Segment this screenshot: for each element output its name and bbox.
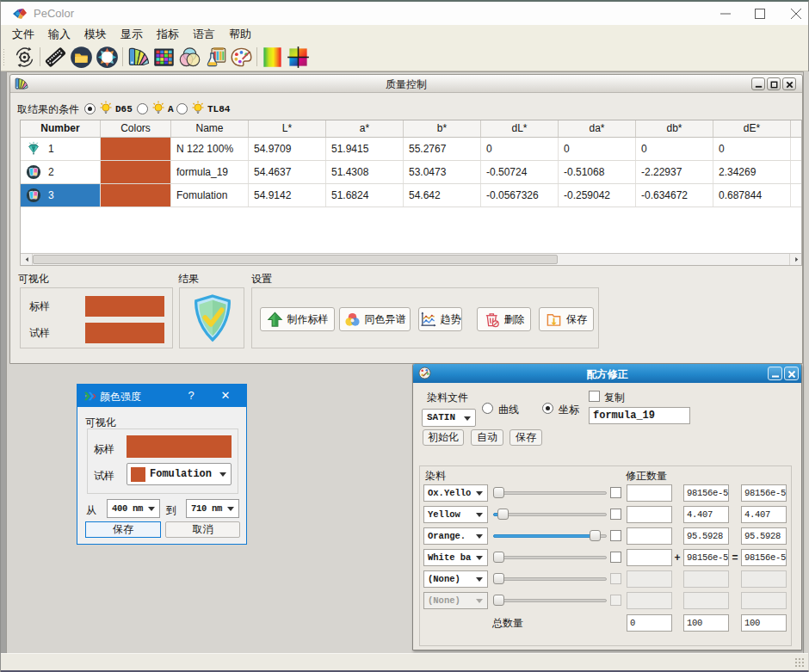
- toolbar-button-folder-circle[interactable]: [70, 46, 92, 68]
- recipe-action-button-0[interactable]: 初始化: [423, 429, 464, 446]
- dye-select[interactable]: Ox.Yello: [423, 484, 488, 502]
- sample-select[interactable]: Fomulation: [127, 463, 232, 485]
- column-header-astar[interactable]: a*: [326, 120, 404, 137]
- value-cell[interactable]: -0.634672: [636, 184, 713, 207]
- toolbar-button-aperture[interactable]: [96, 46, 118, 68]
- toolbar-button-paint-palette[interactable]: [230, 46, 252, 68]
- from-wavelength-select[interactable]: 400 nm: [107, 499, 160, 518]
- toolbar-button-gear-sync[interactable]: [13, 46, 35, 68]
- total-value-box[interactable]: 100: [741, 614, 787, 632]
- value-cell[interactable]: -2.22937: [636, 161, 713, 183]
- dye-correction-value[interactable]: [683, 570, 729, 588]
- scroll-left-button[interactable]: [21, 254, 33, 265]
- illuminant-radio-TL84[interactable]: [176, 103, 188, 114]
- save-button[interactable]: 保存: [85, 521, 161, 538]
- value-cell[interactable]: 54.9142: [249, 184, 326, 207]
- dialog-minimize-button[interactable]: [768, 367, 782, 380]
- dye-result-value[interactable]: 95.5928: [741, 527, 787, 545]
- curve-radio[interactable]: [482, 403, 493, 414]
- dye-lock-checkbox[interactable]: [610, 530, 621, 541]
- resize-grip[interactable]: [794, 657, 805, 668]
- value-cell[interactable]: -0.259042: [559, 184, 636, 207]
- toolbar-button-palette-grid[interactable]: [152, 46, 175, 68]
- value-cell[interactable]: 55.2767: [404, 138, 481, 160]
- dye-slider-handle[interactable]: [493, 552, 504, 563]
- value-cell[interactable]: 0: [636, 138, 713, 160]
- dye-slider-track[interactable]: [493, 513, 607, 516]
- table-row[interactable]: 1N 122 100%54.970951.941555.27670000: [21, 138, 801, 161]
- color-swatch-cell[interactable]: [101, 138, 171, 160]
- menu-item-2[interactable]: 模块: [77, 25, 114, 44]
- formula-name-input[interactable]: formula_19: [589, 407, 690, 424]
- column-header-Lstar[interactable]: L*: [249, 120, 326, 137]
- recipe-action-button-2[interactable]: 保存: [509, 429, 542, 446]
- dialog-close-button[interactable]: ✕: [215, 389, 236, 402]
- dye-slider-handle[interactable]: [590, 530, 601, 541]
- menu-item-6[interactable]: 帮助: [222, 25, 258, 44]
- value-cell[interactable]: 0: [713, 138, 791, 160]
- child-close-button[interactable]: [782, 77, 796, 90]
- window-close-button[interactable]: [779, 2, 809, 25]
- cancel-button[interactable]: 取消: [165, 521, 240, 538]
- dye-slider-track[interactable]: [493, 491, 607, 495]
- value-cell[interactable]: -0.0567326: [481, 184, 559, 207]
- table-row[interactable]: 2formula_1954.463751.430853.0473-0.50724…: [21, 161, 801, 184]
- menu-item-5[interactable]: 语言: [186, 25, 222, 44]
- menu-item-3[interactable]: 显示: [114, 25, 150, 44]
- number-cell[interactable]: 3: [21, 184, 101, 207]
- total-value-box[interactable]: 0: [627, 614, 672, 632]
- dye-amount-input[interactable]: [627, 527, 672, 545]
- number-cell[interactable]: 2: [21, 161, 101, 183]
- toolbar-button-color-quadrant[interactable]: [287, 46, 309, 68]
- toolbar-button-flask[interactable]: [204, 46, 226, 68]
- dye-file-select[interactable]: SATIN: [422, 409, 476, 427]
- value-cell[interactable]: 0: [559, 138, 636, 160]
- dye-lock-checkbox[interactable]: [610, 573, 621, 584]
- metamerism-button[interactable]: 同色异谱: [339, 307, 411, 331]
- value-cell[interactable]: -0.51068: [559, 161, 636, 183]
- dye-slider-handle[interactable]: [493, 595, 504, 606]
- dye-amount-input[interactable]: [627, 592, 672, 609]
- recipe-action-button-1[interactable]: 自动: [471, 429, 503, 446]
- dye-slider-track[interactable]: [493, 599, 607, 602]
- toolbar-button-color-fan[interactable]: [127, 46, 149, 68]
- dye-slider-track[interactable]: [493, 556, 607, 559]
- value-cell[interactable]: 54.9709: [249, 138, 326, 160]
- toolbar-grip[interactable]: [3, 48, 6, 67]
- dye-result-value[interactable]: [741, 570, 787, 588]
- dye-amount-input[interactable]: [627, 484, 672, 502]
- scrollbar-thumb[interactable]: [33, 255, 558, 264]
- coordinate-radio[interactable]: [542, 403, 553, 414]
- child-minimize-button[interactable]: [751, 77, 765, 90]
- color-strength-titlebar[interactable]: 颜色强度 ? ✕: [77, 385, 246, 407]
- column-header-Number[interactable]: Number: [21, 120, 101, 137]
- dye-select[interactable]: (None): [423, 592, 488, 609]
- illuminant-radio-D65[interactable]: [84, 103, 96, 114]
- value-cell[interactable]: 53.0473: [404, 161, 481, 183]
- dye-lock-checkbox[interactable]: [610, 509, 621, 520]
- dye-lock-checkbox[interactable]: [610, 595, 621, 606]
- menu-item-4[interactable]: 指标: [150, 25, 186, 44]
- menu-item-1[interactable]: 输入: [41, 25, 77, 44]
- dialog-close-button[interactable]: [784, 367, 799, 380]
- column-header-Name[interactable]: Name: [171, 120, 249, 137]
- dye-select[interactable]: Orange.: [423, 527, 488, 545]
- value-cell[interactable]: 2.34269: [713, 161, 791, 183]
- dye-lock-checkbox[interactable]: [610, 552, 621, 563]
- dye-lock-checkbox[interactable]: [610, 487, 621, 498]
- child-restore-button[interactable]: [767, 77, 781, 90]
- value-cell[interactable]: 54.4637: [249, 161, 326, 183]
- value-cell[interactable]: 54.642: [404, 184, 481, 207]
- make-standard-button[interactable]: 制作标样: [260, 307, 335, 331]
- recipe-correction-titlebar[interactable]: 配方修正: [413, 364, 801, 383]
- toolbar-button-venn-circles[interactable]: [178, 46, 201, 68]
- value-cell[interactable]: -0.50724: [481, 161, 559, 183]
- column-header-dbstar[interactable]: db*: [636, 120, 713, 137]
- column-header-dEstar[interactable]: dE*: [713, 120, 791, 137]
- dye-slider-handle[interactable]: [497, 509, 509, 520]
- toolbar-button-rainbow[interactable]: [261, 46, 283, 68]
- dye-correction-value[interactable]: 98156e-5: [683, 484, 729, 502]
- menu-item-0[interactable]: 文件: [5, 25, 41, 44]
- number-cell[interactable]: 1: [21, 138, 101, 160]
- value-cell[interactable]: 0: [481, 138, 559, 160]
